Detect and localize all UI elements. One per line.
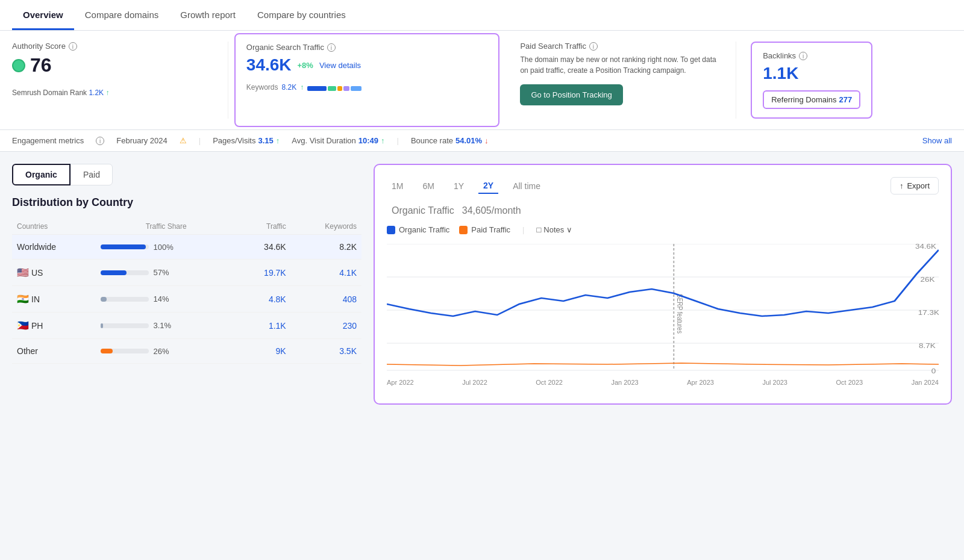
legend-organic-dot xyxy=(387,226,395,234)
country-flag: 🇺🇸 xyxy=(17,267,29,278)
domain-rank: Semrush Domain Rank 1.2K ↑ xyxy=(12,89,213,97)
keywords-value: 230 xyxy=(291,313,362,339)
time-all[interactable]: All time xyxy=(508,179,545,193)
svg-text:SERP features: SERP features xyxy=(676,294,684,334)
domain-rank-arrow: ↑ xyxy=(105,89,109,97)
authority-score-info-icon[interactable]: i xyxy=(69,42,77,51)
legend-paid[interactable]: Paid Traffic xyxy=(459,225,510,234)
engagement-warning-icon: ⚠ xyxy=(180,136,187,145)
notes-button[interactable]: □ Notes ∨ xyxy=(536,225,572,234)
traffic-pct: 100% xyxy=(154,243,174,252)
referring-domains-value: 277 xyxy=(839,95,853,104)
legend-organic-label: Organic Traffic xyxy=(399,225,449,234)
keywords-sub: Keywords 8.2K ↑ xyxy=(246,83,488,92)
engagement-metrics-label: Engagement metrics xyxy=(12,136,84,145)
keywords-value: 8.2K xyxy=(291,235,362,260)
legend-organic[interactable]: Organic Traffic xyxy=(387,225,449,234)
backlinks-label: Backlinks i xyxy=(763,51,860,60)
avg-duration: Avg. Visit Duration 10:49 ↑ xyxy=(292,136,384,145)
country-name: 🇵🇭PH xyxy=(12,313,96,339)
country-name: Other xyxy=(12,339,96,364)
chart-legend: Organic Traffic Paid Traffic | □ Notes ∨ xyxy=(387,225,939,234)
notes-label: Notes xyxy=(543,225,564,234)
tab-growth-report[interactable]: Growth report xyxy=(169,0,246,30)
chart-title: Organic Traffic 34,605/month xyxy=(387,204,939,217)
table-row: Worldwide 100% 34.6K 8.2K xyxy=(12,235,362,260)
keywords-arrow: ↑ xyxy=(300,83,304,92)
paid-traffic-card: Paid Search Traffic i The domain may be … xyxy=(505,42,736,119)
time-6m[interactable]: 6M xyxy=(418,179,439,193)
engagement-info-icon[interactable]: i xyxy=(96,137,104,145)
country-flag: 🇮🇳 xyxy=(17,294,29,304)
time-1y[interactable]: 1Y xyxy=(449,179,469,193)
table-row: 🇺🇸US 57% 19.7K 4.1K xyxy=(12,260,362,286)
keywords-value: 4.1K xyxy=(291,260,362,286)
svg-text:0: 0 xyxy=(931,367,936,375)
x-label-1: Jul 2022 xyxy=(462,379,487,386)
tab-compare-countries[interactable]: Compare by countries xyxy=(246,0,357,30)
col-traffic: Traffic xyxy=(237,219,291,235)
pages-visits: Pages/Visits 3.15 ↑ xyxy=(213,136,280,145)
time-1m[interactable]: 1M xyxy=(387,179,408,193)
traffic-share-cell: 57% xyxy=(96,260,237,286)
chart-panel: 1M 6M 1Y 2Y All time ↑ Export Organic Tr… xyxy=(374,164,952,405)
go-to-position-tracking-button[interactable]: Go to Position Tracking xyxy=(520,84,622,105)
show-all-link[interactable]: Show all xyxy=(922,136,952,145)
engagement-bar: Engagement metrics i February 2024 ⚠ | P… xyxy=(0,130,964,152)
organic-traffic-label: Organic Search Traffic i xyxy=(246,43,488,52)
table-row: Other 26% 9K 3.5K xyxy=(12,339,362,364)
legend-paid-dot xyxy=(459,226,468,234)
nav-tabs: Overview Compare domains Growth report C… xyxy=(0,0,964,31)
x-label-5: Jul 2023 xyxy=(762,379,787,386)
paid-traffic-label: Paid Search Traffic i xyxy=(520,42,721,51)
notes-chevron-icon: ∨ xyxy=(566,225,572,234)
backlinks-info-icon[interactable]: i xyxy=(799,52,807,60)
metrics-row: Authority Score i 76 Semrush Domain Rank… xyxy=(0,31,964,130)
backlinks-card: Backlinks i 1.1K Referring Domains 277 xyxy=(736,42,952,119)
col-traffic-share: Traffic Share xyxy=(96,219,237,235)
keywords-value: 8.2K xyxy=(282,83,297,92)
chart-x-labels: Apr 2022 Jul 2022 Oct 2022 Jan 2023 Apr … xyxy=(387,379,939,386)
organic-traffic-change: +8% xyxy=(298,61,313,70)
tab-compare-domains[interactable]: Compare domains xyxy=(74,0,170,30)
traffic-share-cell: 3.1% xyxy=(96,313,237,339)
svg-text:34.6K: 34.6K xyxy=(915,244,937,250)
svg-text:26K: 26K xyxy=(920,276,935,284)
organic-toggle-button[interactable]: Organic xyxy=(12,164,70,185)
col-keywords: Keywords xyxy=(291,219,362,235)
notes-icon: □ xyxy=(536,225,541,234)
view-details-link[interactable]: View details xyxy=(319,61,361,70)
organic-traffic-chart: SERP features 34.6K 26K 17.3K 8.7K 0 xyxy=(387,244,939,376)
bounce-rate: Bounce rate 54.01% ↓ xyxy=(411,136,489,145)
engagement-date: February 2024 xyxy=(116,136,167,145)
export-button[interactable]: ↑ Export xyxy=(890,177,939,194)
domain-rank-value: 1.2K xyxy=(89,89,104,97)
x-label-3: Jan 2023 xyxy=(611,379,638,386)
x-label-6: Oct 2023 xyxy=(836,379,863,386)
chart-subtitle: 34,605/month xyxy=(462,205,521,216)
time-2y[interactable]: 2Y xyxy=(478,178,498,194)
legend-paid-label: Paid Traffic xyxy=(471,225,510,234)
table-row: 🇵🇭PH 3.1% 1.1K 230 xyxy=(12,313,362,339)
export-icon: ↑ xyxy=(900,181,904,190)
keyword-bar xyxy=(307,86,362,91)
traffic-pct: 14% xyxy=(154,294,169,303)
country-flag: 🇵🇭 xyxy=(17,320,29,331)
svg-text:8.7K: 8.7K xyxy=(919,342,936,350)
distribution-title: Distribution by Country xyxy=(12,196,362,209)
tab-overview[interactable]: Overview xyxy=(12,0,74,30)
authority-score-card: Authority Score i 76 Semrush Domain Rank… xyxy=(12,42,228,119)
traffic-share-cell: 14% xyxy=(96,286,237,313)
paid-traffic-info-icon[interactable]: i xyxy=(589,42,598,51)
paid-toggle-button[interactable]: Paid xyxy=(70,164,113,185)
traffic-pct: 57% xyxy=(154,268,169,277)
keywords-value: 3.5K xyxy=(291,339,362,364)
traffic-value: 1.1K xyxy=(237,313,291,339)
authority-score-value: 76 xyxy=(12,54,213,76)
organic-traffic-value: 34.6K xyxy=(246,55,292,75)
x-label-0: Apr 2022 xyxy=(387,379,414,386)
traffic-value: 19.7K xyxy=(237,260,291,286)
country-name: Worldwide xyxy=(12,235,96,260)
country-name: 🇮🇳IN xyxy=(12,286,96,313)
organic-traffic-info-icon[interactable]: i xyxy=(327,43,336,52)
